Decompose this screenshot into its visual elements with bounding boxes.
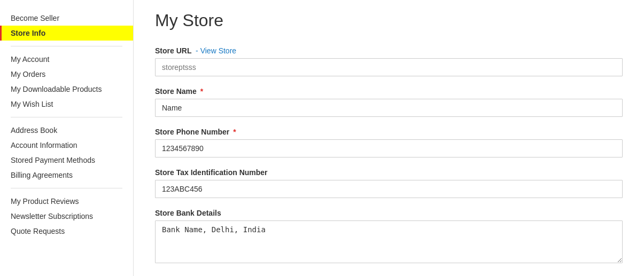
sidebar-divider-3 — [11, 188, 122, 188]
store-url-input[interactable] — [155, 58, 623, 76]
store-url-group: Store URL - View Store — [155, 46, 623, 76]
store-bank-group: Store Bank Details — [155, 209, 623, 265]
sidebar-item-store-info[interactable]: Store Info — [0, 26, 133, 41]
sidebar: Become Seller Store Info My Account My O… — [0, 0, 134, 276]
store-tax-input[interactable] — [155, 180, 623, 198]
sidebar-item-become-seller[interactable]: Become Seller — [0, 11, 133, 26]
store-tax-label: Store Tax Identification Number — [155, 168, 623, 177]
store-phone-label: Store Phone Number * — [155, 128, 623, 136]
sidebar-item-my-product-reviews[interactable]: My Product Reviews — [0, 194, 133, 209]
store-name-label: Store Name * — [155, 87, 623, 96]
sidebar-item-account-information[interactable]: Account Information — [0, 138, 133, 153]
sidebar-item-my-orders[interactable]: My Orders — [0, 67, 133, 82]
store-name-group: Store Name * — [155, 87, 623, 117]
sidebar-item-stored-payment-methods[interactable]: Stored Payment Methods — [0, 153, 133, 168]
store-name-input[interactable] — [155, 99, 623, 117]
sidebar-item-my-wish-list[interactable]: My Wish List — [0, 97, 133, 112]
view-store-link[interactable]: - View Store — [196, 46, 236, 55]
store-phone-input[interactable] — [155, 139, 623, 157]
store-bank-label: Store Bank Details — [155, 209, 623, 217]
sidebar-item-billing-agreements[interactable]: Billing Agreements — [0, 168, 133, 183]
sidebar-item-quote-requests[interactable]: Quote Requests — [0, 224, 133, 239]
sidebar-item-newsletter-subscriptions[interactable]: Newsletter Subscriptions — [0, 209, 133, 224]
main-content: My Store Store URL - View Store Store Na… — [134, 0, 644, 276]
page-title: My Store — [155, 11, 623, 30]
store-tax-group: Store Tax Identification Number — [155, 168, 623, 198]
store-name-required: * — [200, 87, 203, 96]
sidebar-divider-2 — [11, 117, 122, 117]
sidebar-item-my-downloadable-products[interactable]: My Downloadable Products — [0, 82, 133, 97]
store-url-label: Store URL - View Store — [155, 46, 623, 55]
sidebar-divider-1 — [11, 46, 122, 46]
store-phone-group: Store Phone Number * — [155, 128, 623, 157]
sidebar-item-my-account[interactable]: My Account — [0, 52, 133, 67]
store-bank-textarea[interactable] — [155, 220, 623, 263]
store-phone-required: * — [233, 128, 236, 136]
sidebar-item-address-book[interactable]: Address Book — [0, 123, 133, 138]
